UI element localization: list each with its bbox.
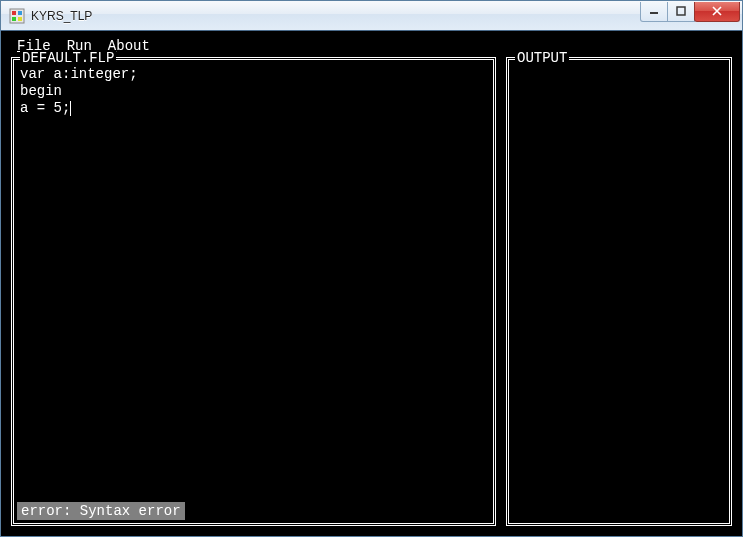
panels: DEFAULT.FLP var a:integer; begin a = 5; … [11,57,732,526]
maximize-button[interactable] [667,2,695,22]
svg-rect-2 [18,11,22,15]
client-area: File Run About DEFAULT.FLP var a:integer… [1,31,742,536]
svg-rect-6 [677,7,685,15]
svg-rect-5 [650,12,658,14]
output-content [509,60,729,523]
text-caret [70,101,71,116]
app-icon [9,8,25,24]
output-panel: OUTPUT [506,57,732,526]
output-panel-title: OUTPUT [515,50,569,66]
svg-rect-1 [12,11,16,15]
close-button[interactable] [694,2,740,22]
status-bar: error: Syntax error [17,502,185,520]
editor-content: var a:integer; begin a = 5; [20,66,138,116]
code-editor[interactable]: var a:integer; begin a = 5; [14,60,493,523]
svg-rect-4 [18,17,22,21]
window-title: KYRS_TLP [31,9,92,23]
app-window: KYRS_TLP File Run About DEFAULT.FLP var … [0,0,743,537]
minimize-button[interactable] [640,2,668,22]
titlebar[interactable]: KYRS_TLP [1,1,742,31]
window-controls [641,2,740,22]
svg-rect-3 [12,17,16,21]
editor-panel: DEFAULT.FLP var a:integer; begin a = 5; … [11,57,496,526]
